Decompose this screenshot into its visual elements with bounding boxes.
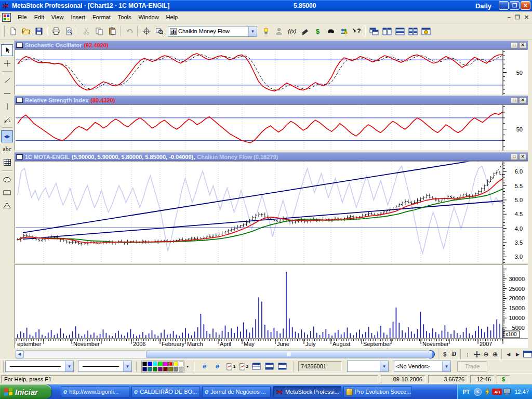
selected-color-red[interactable]: [168, 362, 173, 366]
layout-split-bottom-button[interactable]: [263, 361, 275, 373]
rsi-panel-titlebar[interactable]: Relative Strength Index (80.4320) □✕: [15, 96, 528, 104]
chart-scrollbar-track[interactable]: [23, 350, 426, 358]
panel-close-button[interactable]: ✕: [519, 42, 526, 48]
menu-view[interactable]: View: [48, 12, 68, 22]
save-button[interactable]: [33, 25, 45, 37]
task-metastock[interactable]: MS MetaStock Professi...: [273, 386, 341, 397]
tray-collapse-icon[interactable]: <: [474, 388, 482, 396]
quotes-button[interactable]: [338, 25, 350, 37]
restore-button[interactable]: ❐: [510, 1, 520, 10]
dropdown-arrow-icon[interactable]: ▼: [380, 361, 388, 371]
panel-maximize-button[interactable]: □: [511, 42, 518, 48]
task-browser-1[interactable]: ehttp://www.bigonli...: [61, 386, 129, 397]
task-game[interactable]: Pro Evolution Socce...: [343, 386, 412, 397]
data-source-combo[interactable]: ▼: [347, 361, 389, 372]
zoom-out-button[interactable]: ⊖: [481, 350, 490, 358]
dropdown-arrow-icon[interactable]: ▼: [442, 361, 450, 371]
rsi-chart[interactable]: 50: [16, 105, 527, 151]
tile-vertical-button[interactable]: [381, 25, 393, 37]
mdi-minimize-button[interactable]: –: [508, 14, 511, 21]
indicator-builder-button[interactable]: ƒ(x): [286, 25, 298, 37]
collect-data-button[interactable]: $: [441, 350, 450, 358]
panel-collapse-box[interactable]: [16, 43, 23, 48]
semilog-line-tool[interactable]: SL: [1, 113, 13, 125]
simulator-button[interactable]: $: [312, 25, 324, 37]
vertical-line-tool[interactable]: [1, 100, 13, 112]
fit-vertical-button[interactable]: ↕: [463, 350, 472, 358]
palette-dropdown-icon[interactable]: ▾: [187, 364, 189, 369]
power-icon[interactable]: [484, 388, 491, 396]
explorer-button[interactable]: [299, 25, 311, 37]
copy-button[interactable]: [93, 25, 105, 37]
print-button[interactable]: [50, 25, 62, 37]
panel-collapse-box[interactable]: [16, 154, 23, 159]
step-right-button[interactable]: ▶: [513, 350, 523, 358]
periodicity-daily-button[interactable]: D: [449, 350, 459, 358]
context-help-button[interactable]: ?: [351, 25, 363, 37]
panel-maximize-button[interactable]: □: [511, 97, 518, 103]
menu-tools[interactable]: Tools: [114, 12, 135, 22]
restore-chart-icon[interactable]: [523, 351, 532, 357]
vendor-combo[interactable]: <No Vendor>▼: [394, 361, 451, 372]
panel-close-button[interactable]: ✕: [519, 97, 526, 103]
horizontal-line-tool[interactable]: [1, 87, 13, 99]
dropdown-arrow-icon[interactable]: ▼: [248, 26, 257, 36]
grid-tool[interactable]: [1, 156, 13, 168]
dropdown-arrow-icon[interactable]: ▼: [65, 361, 73, 371]
paste-button[interactable]: [106, 25, 118, 37]
menu-file[interactable]: File: [14, 12, 31, 22]
browser-button-2[interactable]: e: [211, 361, 223, 373]
menu-edit[interactable]: Edit: [31, 12, 48, 22]
text-tool[interactable]: abc: [1, 143, 13, 155]
chart-scrollbar-thumb[interactable]: [146, 351, 432, 358]
toolbar-grip[interactable]: [3, 25, 5, 37]
step-left-button[interactable]: ◀: [504, 350, 513, 358]
menu-window[interactable]: Window: [135, 12, 162, 22]
layout-full-button[interactable]: [276, 361, 288, 373]
stochastic-panel-titlebar[interactable]: Stochastic Oscillator (92.4020) □✕: [15, 41, 528, 49]
panel-collapse-box[interactable]: [16, 98, 23, 103]
close-button[interactable]: ✕: [521, 1, 530, 10]
task-browser-3[interactable]: eJornal de Negócios ...: [202, 386, 271, 397]
panel-maximize-button[interactable]: □: [511, 154, 518, 160]
symbol-id-field[interactable]: [298, 361, 342, 371]
crosshair-tool[interactable]: [1, 57, 13, 69]
menu-insert[interactable]: Insert: [67, 12, 89, 22]
line-style-combo[interactable]: ▼: [5, 361, 74, 372]
display-tray-icon[interactable]: [503, 388, 511, 395]
pointer-tool[interactable]: [1, 44, 13, 56]
stochastic-chart[interactable]: 50: [16, 50, 527, 95]
line-weight-combo[interactable]: ▼: [78, 361, 132, 372]
expert-advisor-button[interactable]: [260, 25, 272, 37]
panel-close-button[interactable]: ✕: [519, 154, 526, 160]
stochastic-panel[interactable]: 50: [15, 49, 528, 95]
tile-horizontal-button[interactable]: [394, 25, 406, 37]
dropdown-arrow-icon[interactable]: ▼: [123, 361, 131, 371]
volume-panel[interactable]: 50001000015000200002500030000x100: [15, 264, 528, 338]
scroll-left-button[interactable]: ◀: [16, 350, 24, 358]
trendline-tool[interactable]: [1, 74, 13, 86]
cut-button[interactable]: [80, 25, 92, 37]
price-panel[interactable]: 3.03.54.04.55.05.56.0: [15, 161, 528, 263]
mdi-restore-button[interactable]: ❐: [515, 14, 520, 21]
chart-template-2-button[interactable]: 2: [237, 361, 249, 373]
color-palette[interactable]: [141, 361, 184, 373]
browser-button-1[interactable]: e: [198, 361, 210, 373]
workspace-options-button[interactable]: [420, 25, 432, 37]
open-button[interactable]: [20, 25, 32, 37]
task-browser-2[interactable]: eCALDEIRÃO DE BO...: [131, 386, 200, 397]
chart-template-1-button[interactable]: 1: [224, 361, 236, 373]
layout-split-top-button[interactable]: [250, 361, 262, 373]
price-panel-titlebar[interactable]: 1C MOTA-ENGIL (5.90000, 5.90000, 5.80000…: [15, 152, 528, 161]
mdi-close-button[interactable]: ✕: [524, 14, 529, 21]
cascade-windows-button[interactable]: [368, 25, 380, 37]
undo-button[interactable]: [123, 25, 135, 37]
menu-format[interactable]: Format: [89, 12, 114, 22]
rsi-panel[interactable]: 50: [15, 104, 528, 150]
language-indicator[interactable]: PT: [462, 389, 470, 395]
triangle-tool[interactable]: [1, 200, 13, 211]
minimize-button[interactable]: _: [499, 1, 509, 10]
toolbar-grip[interactable]: [2, 361, 4, 372]
expert-commentary-button[interactable]: [273, 25, 285, 37]
tile-grid-button[interactable]: [407, 25, 419, 37]
